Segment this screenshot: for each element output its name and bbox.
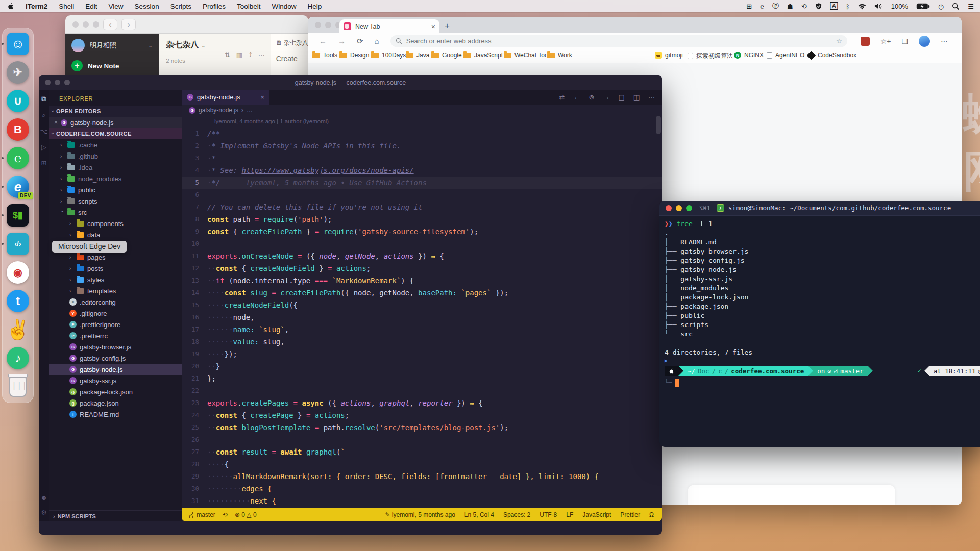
notes-back-button[interactable]: ‹ [103, 19, 117, 30]
code-line-26[interactable]: 26 [182, 434, 662, 446]
tree-item-.editorconfig[interactable]: ≡.editorconfig [49, 296, 182, 308]
favorite-add-icon[interactable]: ☆+ [880, 37, 891, 45]
editor-tab-gatsby-node[interactable]: G gatsby-node.js × [182, 90, 270, 105]
menu-item-profiles[interactable]: Profiles [203, 3, 226, 10]
bell-icon[interactable]: Ω [649, 511, 654, 518]
code-line-14[interactable]: 14····const slug = createFilePath({ node… [182, 287, 662, 299]
tree-item-node_modules[interactable]: ›node_modules [49, 173, 182, 184]
bookmark-100Days[interactable]: 100Days [371, 52, 406, 59]
code-line-15[interactable]: 15····createNodeField({ [182, 299, 662, 311]
volume-icon[interactable] [874, 3, 883, 9]
code-line-24[interactable]: 24··const { createPage } = actions; [182, 409, 662, 421]
tree-item-styles[interactable]: ›styles [49, 274, 182, 285]
share-icon[interactable]: ⤴ [249, 51, 252, 59]
npm-scripts-header[interactable]: ›NPM SCRIPTS [49, 510, 182, 521]
battery-icon[interactable] [916, 3, 930, 10]
notes-traffic-lights[interactable] [72, 21, 99, 28]
shield-icon[interactable] [815, 3, 822, 10]
zoom-button[interactable] [686, 205, 692, 211]
code-line-3[interactable]: 3·* [182, 152, 662, 164]
cursor-position[interactable]: Ln 5, Col 4 [464, 511, 494, 518]
menu-item-view[interactable]: View [109, 3, 124, 10]
apple-menu-icon[interactable] [7, 2, 14, 10]
tree-item-pages[interactable]: ›pages [49, 252, 182, 263]
sort-icon[interactable]: ⇅ [225, 51, 230, 59]
terminal-traffic-lights[interactable] [666, 205, 692, 211]
encoding[interactable]: UTF-8 [540, 511, 557, 518]
bluetooth-icon[interactable]: ᛒ [846, 3, 850, 10]
code-line-16[interactable]: 16······node, [182, 311, 662, 323]
terminal-body[interactable]: ❯❯ tree -L 1 . ├── README.md├── gatsby-b… [659, 216, 980, 388]
explorer-icon[interactable]: ⧉ [41, 95, 46, 103]
bookmark-CodeSandbox[interactable]: CodeSandbox [808, 52, 856, 59]
code-line-27[interactable]: 27··const result = await graphql(` [182, 446, 662, 458]
home-icon[interactable]: ⌂ [375, 37, 379, 46]
code-line-20[interactable]: 20··} [182, 360, 662, 372]
code-line-25[interactable]: 25··const blogPostTemplate = path.resolv… [182, 421, 662, 434]
code-line-12[interactable]: 12··const { createNodeField } = actions; [182, 262, 662, 274]
tree-item-gatsby-config.js[interactable]: Ggatsby-config.js [49, 353, 182, 364]
vscode-traffic-lights[interactable] [45, 80, 70, 85]
breadcrumb-more[interactable]: … [247, 107, 253, 114]
dock-item-edge-dev[interactable]: eDEV [6, 175, 30, 198]
sync-icon[interactable]: ⟲ [223, 511, 228, 518]
tree-item-src[interactable]: ›src [49, 207, 182, 218]
hat-icon[interactable]: ☗ [787, 3, 793, 10]
dock-item-trash[interactable] [6, 375, 30, 398]
tree-item-gatsby-browser.js[interactable]: Ggatsby-browser.js [49, 341, 182, 353]
reload-icon[interactable]: ⟳ [357, 37, 363, 46]
menu-item-edit[interactable]: Edit [85, 3, 97, 10]
sync-icon[interactable]: ⟲ [801, 3, 807, 10]
more-icon[interactable]: ⋯ [258, 51, 265, 59]
tree-item-.gitignore[interactable]: Y.gitignore [49, 308, 182, 319]
evernote-icon[interactable]: ℮ [760, 3, 764, 10]
dock-item-evernote[interactable]: ℮ [6, 146, 30, 170]
dock-item-music[interactable]: ♪ [6, 346, 30, 370]
tree-item-README.md[interactable]: iREADME.md [49, 409, 182, 420]
code-line-2[interactable]: 2·* Implement Gatsby's Node APIs in this… [182, 140, 662, 152]
code-line-6[interactable]: 6 [182, 189, 662, 201]
bookmark-探索初级算法[interactable]: 探索初级算法 [688, 52, 733, 60]
code-line-17[interactable]: 17······name: `slug`, [182, 323, 662, 336]
code-line-7[interactable]: 7// You can delete this file if you're n… [182, 201, 662, 213]
code-line-22[interactable]: 22 [182, 385, 662, 397]
grid-icon[interactable]: ▦ [236, 51, 242, 59]
code-line-11[interactable]: 11exports.onCreateNode = ({ node, getNod… [182, 250, 662, 262]
problems-item[interactable]: ⊗ 0 △ 0 [235, 511, 257, 518]
indentation[interactable]: Spaces: 2 [503, 511, 530, 518]
dock-item-launchpad[interactable]: ✈ [6, 61, 30, 84]
bookmark-gitmoji[interactable]: gitmoji [655, 52, 683, 59]
menu-item-help[interactable]: Help [307, 3, 322, 10]
address-bar[interactable]: Search or enter web address ☆ [390, 35, 847, 47]
input-a-icon[interactable]: 🄰 [830, 2, 838, 10]
search-icon[interactable]: ⌕ [42, 111, 45, 119]
notes-account[interactable]: 明月相照 ⌄ [71, 39, 153, 52]
tree-item-public[interactable]: ›public [49, 184, 182, 195]
nav-back-icon[interactable]: ← [574, 93, 580, 101]
git-branch-item[interactable]: ⌥ master [188, 511, 215, 518]
bookmark-WeChat Tool[interactable]: WeChat Tool [504, 52, 549, 59]
close-icon[interactable]: × [54, 119, 58, 126]
blame-item[interactable]: ✎ lyemoml, 5 months ago [385, 511, 455, 518]
tree-item-.github[interactable]: ›.github [49, 151, 182, 162]
language-mode[interactable]: JavaScript [582, 511, 611, 518]
wifi-icon[interactable] [858, 3, 866, 10]
split-editor-icon[interactable]: ◫ [633, 93, 640, 101]
tree-item-.prettierrc[interactable]: P.prettierrc [49, 330, 182, 341]
tree-item-components[interactable]: ›components [49, 218, 182, 229]
code-line-13[interactable]: 13··if (node.internal.type === `Markdown… [182, 274, 662, 287]
breadcrumb[interactable]: G gatsby-node.js › … [182, 105, 662, 116]
code-line-5[interactable]: 5·*/ lyemoml, 5 months ago • Use GitHub … [182, 177, 662, 189]
source-control-icon[interactable]: ⌥ [40, 128, 48, 135]
bookmark-JavaScript[interactable]: JavaScript [463, 52, 503, 59]
spotlight-icon[interactable] [952, 3, 960, 10]
code-line-23[interactable]: 23exports.createPages = async ({ actions… [182, 397, 662, 409]
circled-p-icon[interactable]: Ⓟ [772, 2, 779, 11]
tiles-icon[interactable]: ⊞ [746, 3, 752, 10]
tree-item-.prettierignore[interactable]: P.prettierignore [49, 319, 182, 330]
bookmark-Design[interactable]: Design [339, 52, 369, 59]
dock-item-finder[interactable]: ☺ [6, 32, 30, 56]
bookmark-Tools[interactable]: Tools [312, 52, 337, 59]
codelens-annotation[interactable]: lyemoml, 4 months ago | 1 author (lyemom… [182, 116, 662, 128]
menu-item-session[interactable]: Session [135, 3, 159, 10]
